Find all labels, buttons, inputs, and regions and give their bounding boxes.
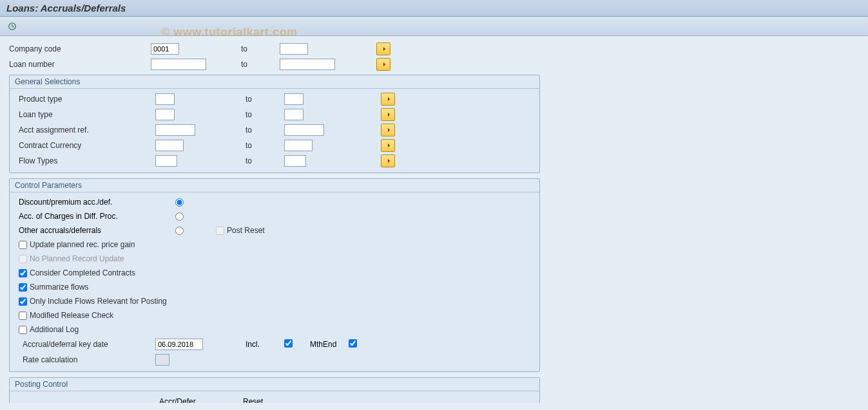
acct-assign-ref-from[interactable] <box>155 124 195 136</box>
check-consider-completed-label: Consider Completed Contracts <box>30 268 135 277</box>
check-consider-completed[interactable] <box>19 269 27 277</box>
loan-type-to-label: to <box>246 110 284 119</box>
loan-number-multi-button[interactable] <box>376 58 391 71</box>
company-code-label: Company code <box>9 44 151 53</box>
arrow-right-icon <box>384 111 392 118</box>
row-loan-number: Loan number to <box>5 57 863 72</box>
loan-number-label: Loan number <box>9 60 151 69</box>
title-text: Loans: Accruals/Deferrals <box>6 3 126 14</box>
post-reset-checkbox <box>216 227 224 235</box>
contract-currency-to-label: to <box>246 141 284 150</box>
acct-assign-ref-to[interactable] <box>284 124 324 136</box>
company-code-from[interactable] <box>151 43 179 55</box>
loan-number-from[interactable] <box>151 59 206 70</box>
product-type-label: Product type <box>14 95 155 104</box>
flow-types-to[interactable] <box>284 155 306 167</box>
flow-types-from[interactable] <box>155 155 177 167</box>
key-date-label: Accrual/deferral key date <box>14 340 155 349</box>
general-selections-title: General Selections <box>10 75 539 89</box>
loan-number-to-label: to <box>241 60 280 69</box>
clock-execute-icon <box>8 22 17 31</box>
product-type-to[interactable] <box>284 93 304 105</box>
post-reset-label: Post Reset <box>227 226 265 235</box>
acct-assign-ref-to-label: to <box>246 126 284 135</box>
company-code-to-label: to <box>241 44 280 53</box>
acct-assign-ref-label: Acct assignment ref. <box>14 126 155 135</box>
execute-button[interactable] <box>6 21 18 32</box>
contract-currency-to[interactable] <box>284 140 313 151</box>
arrow-right-icon <box>380 61 387 68</box>
posting-col-accr: Accr/Defer <box>155 397 239 403</box>
check-additional-log-label: Additional Log <box>30 325 79 334</box>
group-general-selections: General Selections Product type to Loan … <box>9 75 540 173</box>
radio-discount-label: Discount/premium acc./def. <box>19 198 175 207</box>
key-date-field[interactable] <box>155 339 203 350</box>
incl-checkbox[interactable] <box>284 339 293 348</box>
company-code-multi-button[interactable] <box>376 42 391 55</box>
arrow-right-icon <box>384 126 392 134</box>
incl-label: Incl. <box>246 340 284 349</box>
contract-currency-from[interactable] <box>155 140 184 151</box>
check-update-planned-label: Update planned rec. price gain <box>30 240 135 249</box>
arrow-right-icon <box>384 157 392 165</box>
product-type-to-label: to <box>246 95 284 104</box>
control-parameters-title: Control Parameters <box>10 179 539 192</box>
group-control-parameters: Control Parameters Discount/premium acc.… <box>9 178 540 372</box>
loan-type-label: Loan type <box>14 110 155 119</box>
loan-type-to[interactable] <box>284 109 304 120</box>
check-modified-release-label: Modified Release Check <box>30 311 113 320</box>
radio-acc-charges[interactable] <box>175 212 184 221</box>
radio-acc-charges-label: Acc. of Charges in Diff. Proc. <box>19 212 175 221</box>
check-no-planned-label: No Planned Record Update <box>30 254 124 263</box>
mthend-checkbox[interactable] <box>349 339 357 348</box>
rate-calc-field[interactable] <box>155 354 169 366</box>
radio-discount[interactable] <box>175 198 184 207</box>
contract-currency-multi-button[interactable] <box>381 139 395 152</box>
mthend-label: MthEnd <box>310 340 349 349</box>
arrow-right-icon <box>384 95 392 103</box>
check-summarize-label: Summarize flows <box>30 283 88 292</box>
check-only-include-label: Only Include Flows Relevant for Posting <box>30 297 167 306</box>
loan-type-from[interactable] <box>155 109 175 120</box>
check-additional-log[interactable] <box>19 326 27 334</box>
loan-type-multi-button[interactable] <box>381 108 395 121</box>
row-company-code: Company code to <box>5 41 863 57</box>
toolbar <box>0 17 868 36</box>
flow-types-to-label: to <box>246 156 284 165</box>
arrow-right-icon <box>380 45 387 53</box>
check-update-planned[interactable] <box>19 241 27 249</box>
product-type-from[interactable] <box>155 93 175 105</box>
acct-assign-ref-multi-button[interactable] <box>381 124 395 136</box>
rate-calc-label: Rate calculation <box>14 355 155 364</box>
product-type-multi-button[interactable] <box>381 93 395 106</box>
content-area: Company code to Loan number to General S… <box>0 36 868 403</box>
company-code-to[interactable] <box>280 43 308 55</box>
radio-other[interactable] <box>175 227 184 235</box>
radio-other-label: Other accruals/deferrals <box>19 226 175 235</box>
flow-types-label: Flow Types <box>14 156 155 165</box>
contract-currency-label: Contract Currency <box>14 141 155 150</box>
posting-col-reset: Reset <box>239 397 304 403</box>
flow-types-multi-button[interactable] <box>381 154 395 167</box>
window-title: Loans: Accruals/Deferrals <box>0 0 868 17</box>
loan-number-to[interactable] <box>280 59 335 70</box>
posting-control-title: Posting Control <box>10 378 539 391</box>
arrow-right-icon <box>384 142 392 149</box>
check-only-include[interactable] <box>19 297 27 306</box>
check-summarize[interactable] <box>19 283 27 292</box>
check-modified-release[interactable] <box>19 312 27 320</box>
check-no-planned <box>19 255 27 263</box>
group-posting-control: Posting Control Accr/Defer Reset <box>9 377 540 403</box>
